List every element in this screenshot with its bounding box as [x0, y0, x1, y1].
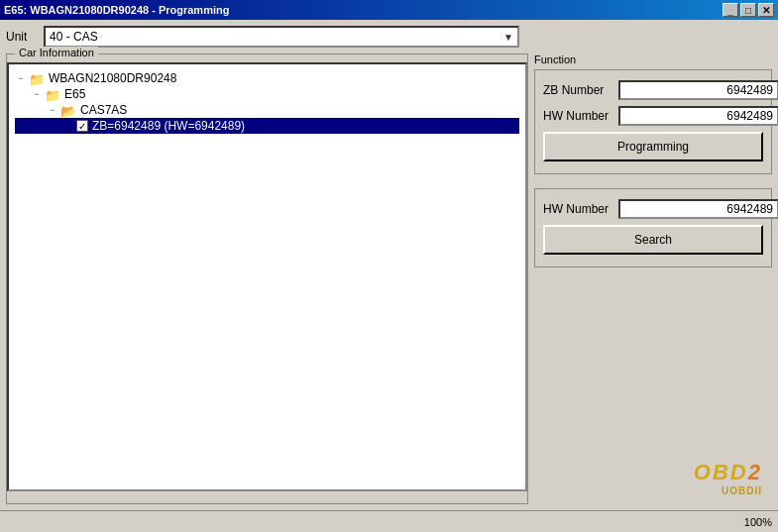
maximize-button[interactable]: □: [740, 3, 756, 17]
tree-item-root[interactable]: − 📁 WBAGN21080DR90248: [15, 70, 519, 86]
title-bar-text: E65: WBAGN21080DR90248 - Programming: [4, 4, 229, 16]
tree-label-zb: ZB=6942489 (HW=6942489): [92, 119, 245, 133]
uobdii-text: UOBDII: [722, 485, 762, 496]
expander-icon-cas7as: −: [47, 104, 58, 116]
main-body: Car Information − 📁 WBAGN21080DR90248 − …: [6, 53, 772, 504]
hw-number-row-2: HW Number: [543, 199, 763, 219]
bottom-function-group: HW Number Search: [534, 188, 772, 267]
function-legend: Function: [534, 53, 772, 65]
hw-number-input-2[interactable]: [618, 199, 778, 219]
obd2-watermark: OBD2 UOBDII: [694, 460, 762, 496]
hw-number-row-1: HW Number: [543, 106, 763, 126]
tree-label-root: WBAGN21080DR90248: [49, 71, 176, 85]
chevron-down-icon: ▼: [503, 32, 513, 43]
zb-number-row: ZB Number: [543, 80, 763, 100]
tree-item-e65[interactable]: − 📁 E65: [15, 86, 519, 102]
status-bar: 100%: [0, 510, 778, 532]
folder-icon-e65: 📁: [45, 88, 60, 100]
hw-number-label-2: HW Number: [543, 202, 612, 216]
zb-number-label: ZB Number: [543, 83, 612, 97]
unit-dropdown-value: 40 - CAS: [50, 30, 98, 44]
checkbox-icon: ✓: [76, 120, 88, 132]
zb-number-input[interactable]: [618, 80, 778, 100]
folder-icon: 📁: [29, 72, 45, 84]
function-panel: Function ZB Number HW Number Programming…: [534, 53, 772, 504]
expander-icon: −: [15, 72, 27, 84]
car-info-panel: Car Information − 📁 WBAGN21080DR90248 − …: [6, 53, 528, 504]
close-button[interactable]: ✕: [758, 3, 774, 17]
minimize-button[interactable]: _: [722, 3, 738, 17]
expander-icon-zb: [62, 120, 74, 132]
car-info-tree[interactable]: − 📁 WBAGN21080DR90248 − 📁 E65 − 📂 CAS7AS: [7, 62, 527, 491]
folder-icon-cas7as: 📂: [60, 104, 76, 116]
expander-icon-e65: −: [31, 88, 43, 100]
zoom-level: 100%: [744, 516, 772, 528]
separator: [534, 180, 772, 188]
window-content: Unit 40 - CAS ▼ Car Information − 📁 WBAG…: [0, 20, 778, 510]
car-info-legend: Car Information: [15, 47, 98, 58]
tree-label-e65: E65: [64, 87, 85, 101]
top-function-group: ZB Number HW Number Programming: [534, 69, 772, 174]
hw-number-input-1[interactable]: [618, 106, 778, 126]
unit-label: Unit: [6, 30, 36, 44]
hw-number-label-1: HW Number: [543, 109, 612, 123]
tree-item-zb[interactable]: ✓ ZB=6942489 (HW=6942489): [15, 118, 519, 134]
title-bar-buttons: _ □ ✕: [722, 3, 774, 17]
tree-label-cas7as: CAS7AS: [80, 103, 127, 117]
obd2-logo: OBD2: [694, 460, 762, 485]
obd-text: OBD: [694, 460, 748, 484]
obd2-number: 2: [748, 460, 762, 484]
tree-item-cas7as[interactable]: − 📂 CAS7AS: [15, 102, 519, 118]
title-bar: E65: WBAGN21080DR90248 - Programming _ □…: [0, 0, 778, 20]
unit-row: Unit 40 - CAS ▼: [6, 26, 772, 48]
programming-button[interactable]: Programming: [543, 132, 763, 161]
search-button[interactable]: Search: [543, 225, 763, 255]
unit-dropdown[interactable]: 40 - CAS ▼: [44, 26, 519, 48]
